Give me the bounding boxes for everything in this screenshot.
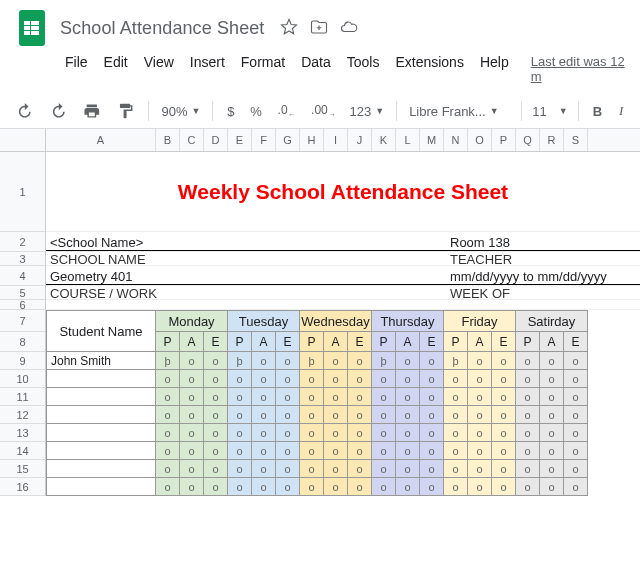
attendance-cell[interactable]: þ: [444, 352, 468, 370]
row-header-13[interactable]: 13: [0, 424, 45, 442]
fontsize-select[interactable]: 11▼: [530, 102, 570, 121]
attendance-cell[interactable]: o: [156, 388, 180, 406]
row-header-3[interactable]: 3: [0, 252, 45, 266]
row-header-12[interactable]: 12: [0, 406, 45, 424]
menu-tools[interactable]: Tools: [340, 50, 387, 88]
col-header-O[interactable]: O: [468, 129, 492, 151]
attendance-cell[interactable]: o: [420, 442, 444, 460]
attendance-cell[interactable]: o: [420, 424, 444, 442]
student-name-cell[interactable]: [46, 370, 156, 388]
attendance-cell[interactable]: o: [300, 442, 324, 460]
attendance-cell[interactable]: o: [540, 406, 564, 424]
attendance-cell[interactable]: o: [516, 388, 540, 406]
attendance-cell[interactable]: o: [228, 370, 252, 388]
attendance-cell[interactable]: o: [348, 424, 372, 442]
font-select[interactable]: Libre Frank...▼: [405, 102, 513, 121]
attendance-cell[interactable]: o: [492, 388, 516, 406]
attendance-cell[interactable]: o: [180, 478, 204, 496]
attendance-cell[interactable]: o: [396, 478, 420, 496]
col-header-P[interactable]: P: [492, 129, 516, 151]
attendance-cell[interactable]: o: [372, 370, 396, 388]
week-cell[interactable]: mm/dd/yyyy to mm/dd/yyyy: [446, 266, 640, 285]
attendance-cell[interactable]: o: [444, 424, 468, 442]
attendance-cell[interactable]: o: [156, 460, 180, 478]
paint-format-button[interactable]: [111, 98, 141, 124]
sheets-logo[interactable]: [12, 8, 52, 48]
attendance-cell[interactable]: o: [516, 406, 540, 424]
attendance-cell[interactable]: o: [468, 460, 492, 478]
col-header-L[interactable]: L: [396, 129, 420, 151]
attendance-cell[interactable]: o: [348, 460, 372, 478]
attendance-cell[interactable]: o: [348, 478, 372, 496]
attendance-cell[interactable]: o: [252, 424, 276, 442]
attendance-cell[interactable]: o: [252, 406, 276, 424]
attendance-cell[interactable]: o: [492, 460, 516, 478]
attendance-cell[interactable]: o: [276, 388, 300, 406]
student-name-cell[interactable]: [46, 460, 156, 478]
attendance-cell[interactable]: o: [180, 388, 204, 406]
attendance-cell[interactable]: o: [252, 460, 276, 478]
attendance-cell[interactable]: o: [372, 442, 396, 460]
attendance-cell[interactable]: o: [324, 352, 348, 370]
attendance-cell[interactable]: o: [204, 424, 228, 442]
attendance-cell[interactable]: o: [228, 406, 252, 424]
attendance-cell[interactable]: o: [420, 478, 444, 496]
attendance-cell[interactable]: o: [420, 370, 444, 388]
attendance-cell[interactable]: o: [324, 460, 348, 478]
attendance-cell[interactable]: o: [396, 388, 420, 406]
attendance-cell[interactable]: o: [300, 388, 324, 406]
attendance-cell[interactable]: o: [300, 406, 324, 424]
attendance-cell[interactable]: o: [540, 388, 564, 406]
attendance-cell[interactable]: o: [492, 424, 516, 442]
attendance-cell[interactable]: o: [324, 424, 348, 442]
student-name-cell[interactable]: [46, 388, 156, 406]
last-edit-link[interactable]: Last edit was 12 m: [524, 50, 640, 88]
attendance-cell[interactable]: o: [180, 460, 204, 478]
attendance-cell[interactable]: o: [516, 352, 540, 370]
attendance-cell[interactable]: o: [396, 406, 420, 424]
col-header-J[interactable]: J: [348, 129, 372, 151]
attendance-cell[interactable]: o: [516, 370, 540, 388]
attendance-cell[interactable]: o: [372, 406, 396, 424]
attendance-cell[interactable]: þ: [300, 352, 324, 370]
col-header-N[interactable]: N: [444, 129, 468, 151]
row-header-15[interactable]: 15: [0, 460, 45, 478]
attendance-cell[interactable]: o: [156, 370, 180, 388]
attendance-cell[interactable]: o: [156, 478, 180, 496]
undo-button[interactable]: [10, 98, 40, 124]
attendance-cell[interactable]: o: [420, 460, 444, 478]
col-header-I[interactable]: I: [324, 129, 348, 151]
attendance-cell[interactable]: o: [156, 406, 180, 424]
star-icon[interactable]: [280, 18, 298, 39]
attendance-cell[interactable]: o: [348, 442, 372, 460]
row-header-7[interactable]: 7: [0, 310, 45, 332]
row-header-16[interactable]: 16: [0, 478, 45, 496]
attendance-cell[interactable]: o: [276, 406, 300, 424]
row-header-9[interactable]: 9: [0, 352, 45, 370]
student-name-cell[interactable]: [46, 442, 156, 460]
attendance-cell[interactable]: o: [468, 388, 492, 406]
attendance-cell[interactable]: o: [228, 478, 252, 496]
attendance-cell[interactable]: o: [276, 442, 300, 460]
menu-edit[interactable]: Edit: [97, 50, 135, 88]
attendance-cell[interactable]: o: [564, 442, 588, 460]
attendance-cell[interactable]: o: [372, 424, 396, 442]
attendance-cell[interactable]: o: [564, 370, 588, 388]
attendance-cell[interactable]: o: [300, 370, 324, 388]
row-header-11[interactable]: 11: [0, 388, 45, 406]
row-header-8[interactable]: 8: [0, 332, 45, 352]
attendance-cell[interactable]: o: [516, 460, 540, 478]
attendance-cell[interactable]: o: [516, 478, 540, 496]
attendance-cell[interactable]: o: [468, 424, 492, 442]
col-header-G[interactable]: G: [276, 129, 300, 151]
menu-data[interactable]: Data: [294, 50, 338, 88]
attendance-cell[interactable]: o: [228, 460, 252, 478]
attendance-cell[interactable]: þ: [372, 352, 396, 370]
attendance-cell[interactable]: o: [420, 388, 444, 406]
menu-file[interactable]: File: [58, 50, 95, 88]
attendance-cell[interactable]: o: [468, 442, 492, 460]
col-header-E[interactable]: E: [228, 129, 252, 151]
attendance-cell[interactable]: o: [180, 424, 204, 442]
attendance-cell[interactable]: o: [276, 370, 300, 388]
menu-format[interactable]: Format: [234, 50, 292, 88]
